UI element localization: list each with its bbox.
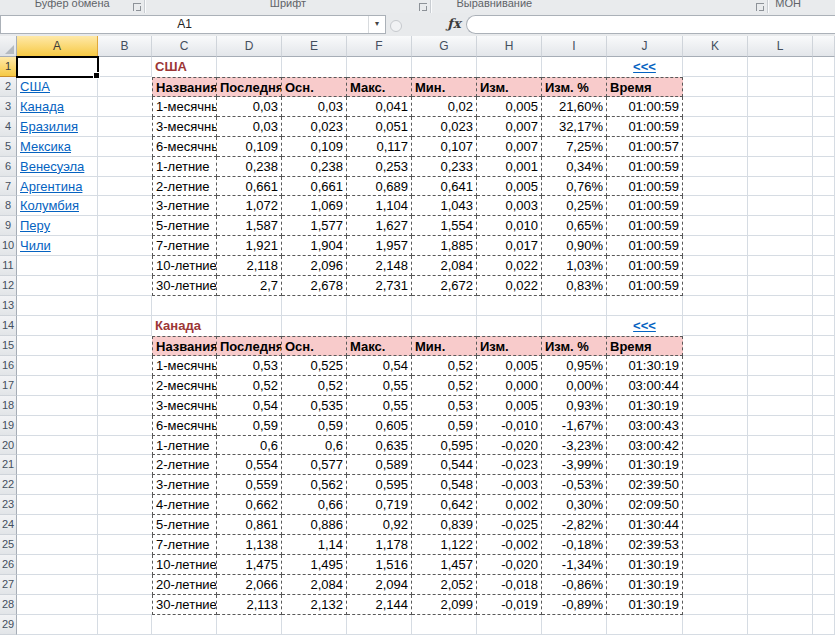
cell-H13[interactable]: [477, 296, 542, 316]
cell-A18[interactable]: [17, 396, 98, 416]
value-cell[interactable]: 0,861: [217, 515, 282, 535]
table-column-header[interactable]: Названия: [152, 77, 217, 97]
cell-B1[interactable]: [98, 57, 152, 77]
cell-D13[interactable]: [217, 296, 282, 316]
value-cell[interactable]: 0,661: [282, 177, 347, 197]
table-column-header[interactable]: Время: [607, 336, 683, 356]
value-cell[interactable]: -0,025: [477, 515, 542, 535]
row-header-22[interactable]: 22: [0, 475, 17, 495]
row-label[interactable]: 6-месячные: [152, 416, 217, 436]
value-cell[interactable]: 01:30:19: [607, 356, 683, 376]
cell-K19[interactable]: [683, 416, 748, 436]
row-header-29[interactable]: 29: [0, 615, 17, 635]
cell-L23[interactable]: [748, 495, 813, 515]
cell-L4[interactable]: [748, 117, 813, 137]
cell-K11[interactable]: [683, 256, 748, 276]
cell-K25[interactable]: [683, 535, 748, 555]
cell-partial[interactable]: [813, 256, 835, 276]
cell-K16[interactable]: [683, 356, 748, 376]
value-cell[interactable]: 0,051: [347, 117, 412, 137]
value-cell[interactable]: 0,002: [477, 495, 542, 515]
cell-H1[interactable]: [477, 57, 542, 77]
country-link[interactable]: Венесуэла: [17, 157, 98, 177]
cell-A24[interactable]: [17, 515, 98, 535]
cell-K15[interactable]: [683, 336, 748, 356]
cell-I29[interactable]: [542, 615, 607, 635]
value-cell[interactable]: 0,253: [347, 157, 412, 177]
value-cell[interactable]: 01:00:59: [607, 216, 683, 236]
value-cell[interactable]: 0,022: [477, 256, 542, 276]
cell-F29[interactable]: [347, 615, 412, 635]
country-link[interactable]: Чили: [17, 236, 98, 256]
cell-partial[interactable]: [813, 236, 835, 256]
value-cell[interactable]: 0,544: [412, 455, 477, 475]
cell-B21[interactable]: [98, 455, 152, 475]
cell-L18[interactable]: [748, 396, 813, 416]
cell-L27[interactable]: [748, 575, 813, 595]
value-cell[interactable]: 2,148: [347, 256, 412, 276]
cell-D14[interactable]: [217, 316, 282, 336]
cell-K17[interactable]: [683, 376, 748, 396]
table-column-header[interactable]: Названия: [152, 336, 217, 356]
row-header-2[interactable]: 2: [0, 77, 17, 97]
row-label[interactable]: 1-летние: [152, 436, 217, 456]
value-cell[interactable]: 2,731: [347, 276, 412, 296]
table-column-header[interactable]: Последняя: [217, 336, 282, 356]
row-header-24[interactable]: 24: [0, 515, 17, 535]
cell-partial[interactable]: [813, 316, 835, 336]
cell-K14[interactable]: [683, 316, 748, 336]
value-cell[interactable]: 01:30:19: [607, 555, 683, 575]
row-label[interactable]: 3-летние: [152, 475, 217, 495]
value-cell[interactable]: 2,094: [347, 575, 412, 595]
value-cell[interactable]: 1,516: [347, 555, 412, 575]
value-cell[interactable]: 0,007: [477, 137, 542, 157]
cell-K5[interactable]: [683, 137, 748, 157]
row-header-27[interactable]: 27: [0, 575, 17, 595]
row-header-20[interactable]: 20: [0, 436, 17, 456]
cell-H29[interactable]: [477, 615, 542, 635]
table-column-header[interactable]: Изм. %: [542, 77, 607, 97]
row-label[interactable]: 5-летние: [152, 515, 217, 535]
cell-B11[interactable]: [98, 256, 152, 276]
table-title[interactable]: Канада: [152, 316, 217, 336]
country-link[interactable]: Канада: [17, 97, 98, 117]
value-cell[interactable]: 2,118: [217, 256, 282, 276]
value-cell[interactable]: 01:00:59: [607, 177, 683, 197]
value-cell[interactable]: 0,548: [412, 475, 477, 495]
cell-G14[interactable]: [412, 316, 477, 336]
row-header-26[interactable]: 26: [0, 555, 17, 575]
row-label[interactable]: 2-месячные: [152, 376, 217, 396]
cell-E13[interactable]: [282, 296, 347, 316]
cell-L26[interactable]: [748, 555, 813, 575]
cell-A1[interactable]: [17, 57, 98, 77]
value-cell[interactable]: 0,886: [282, 515, 347, 535]
value-cell[interactable]: 0,005: [477, 97, 542, 117]
value-cell[interactable]: 0,605: [347, 416, 412, 436]
cell-L13[interactable]: [748, 296, 813, 316]
cell-B9[interactable]: [98, 216, 152, 236]
value-cell[interactable]: 0,562: [282, 475, 347, 495]
cell-I13[interactable]: [542, 296, 607, 316]
column-header-I[interactable]: I: [542, 36, 607, 57]
cell-A29[interactable]: [17, 615, 98, 635]
cell-K22[interactable]: [683, 475, 748, 495]
cell-K29[interactable]: [683, 615, 748, 635]
value-cell[interactable]: 1,554: [412, 216, 477, 236]
value-cell[interactable]: 2,144: [347, 595, 412, 615]
value-cell[interactable]: 01:30:44: [607, 515, 683, 535]
value-cell[interactable]: 0,53: [217, 356, 282, 376]
value-cell[interactable]: 0,641: [412, 177, 477, 197]
value-cell[interactable]: 1,587: [217, 216, 282, 236]
cell-L22[interactable]: [748, 475, 813, 495]
cell-partial[interactable]: [813, 396, 835, 416]
cell-partial[interactable]: [813, 117, 835, 137]
row-label[interactable]: 2-летние: [152, 177, 217, 197]
column-header-D[interactable]: D: [217, 36, 282, 57]
row-header-28[interactable]: 28: [0, 595, 17, 615]
cell-partial[interactable]: [813, 535, 835, 555]
cell-L9[interactable]: [748, 216, 813, 236]
cell-B14[interactable]: [98, 316, 152, 336]
value-cell[interactable]: 0,007: [477, 117, 542, 137]
country-link[interactable]: США: [17, 77, 98, 97]
value-cell[interactable]: 0,52: [282, 376, 347, 396]
